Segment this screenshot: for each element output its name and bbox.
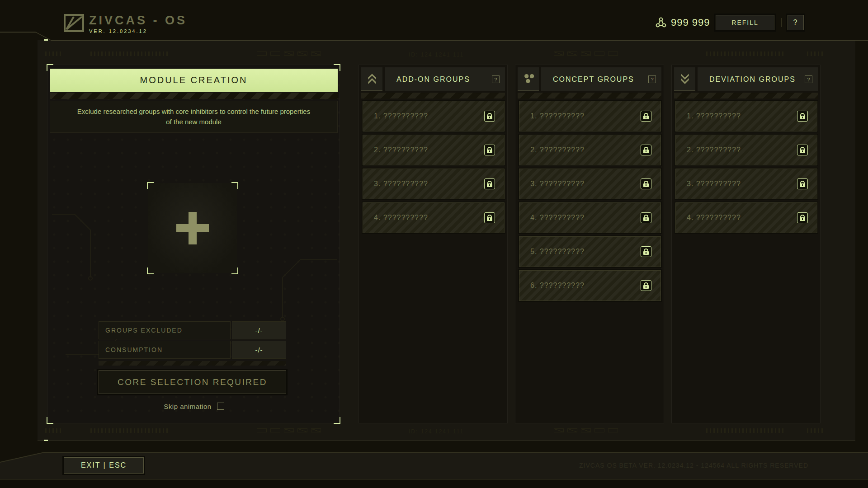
logo: ZIVCAS - OS VER. 12.0234.12	[63, 14, 187, 34]
skip-animation-checkbox[interactable]	[217, 403, 224, 410]
decor-group	[90, 52, 168, 56]
chevrons-up-icon	[366, 73, 378, 84]
lock-icon	[641, 212, 651, 223]
skip-animation-label: Skip animation	[164, 403, 211, 410]
group-item-label: 1. ??????????	[374, 101, 428, 131]
decor-group	[554, 52, 619, 56]
currency-icon	[655, 16, 667, 29]
stat-row-groups-excluded: GROUPS EXCLUDED -/-	[99, 321, 286, 339]
locked-group-item[interactable]: 2. ??????????	[675, 135, 817, 165]
module-stats: GROUPS EXCLUDED -/- CONSUMPTION -/-	[99, 321, 286, 360]
skip-animation-row: Skip animation	[47, 402, 340, 411]
lock-icon	[484, 145, 495, 155]
decor-group	[706, 52, 783, 56]
stat-row-consumption: CONSUMPTION -/-	[99, 341, 286, 359]
lock-icon	[641, 246, 651, 257]
refill-button[interactable]: REFILL	[716, 15, 774, 30]
locked-group-item[interactable]: 6. ??????????	[519, 270, 661, 301]
stat-value: -/-	[232, 341, 286, 359]
panel-corner-bracket	[47, 64, 53, 71]
locked-group-item[interactable]: 3. ??????????	[363, 169, 505, 199]
group-item-label: 2. ??????????	[687, 135, 741, 165]
lock-icon	[797, 111, 808, 122]
decor-group	[257, 52, 322, 56]
chevrons-down-icon	[679, 73, 691, 84]
column-help-badge[interactable]: ?	[648, 75, 656, 83]
group-item-label: 2. ??????????	[530, 135, 585, 165]
topbar-divider	[781, 18, 782, 27]
decor-group	[554, 428, 619, 432]
group-item-label: 3. ??????????	[530, 169, 585, 199]
lock-icon	[484, 111, 495, 122]
column-icon-tile	[361, 67, 382, 91]
decor-band-top: ID: 124 1241 111	[38, 52, 855, 56]
lock-icon	[641, 178, 651, 189]
bottom-strip	[0, 479, 868, 488]
content-window: ID: 124 1241 111 ID: 124 1241 111 MODULE…	[38, 40, 855, 441]
panel-corner-bracket	[334, 417, 340, 424]
zivcas-os-screen: ID: 124 1241 111 ID: 124 1241 111 MODULE…	[0, 0, 868, 488]
slot-corner-bracket	[231, 267, 238, 274]
column-help-badge[interactable]: ?	[805, 75, 812, 83]
column-title: CONCEPT GROUPS	[553, 75, 634, 84]
deviation-groups-list: 1. ?????????? 2. ?????????? 3. ?????????…	[675, 101, 817, 236]
panel-description: Exclude researched groups with core inhi…	[50, 101, 338, 133]
decor-group	[45, 428, 61, 433]
stat-label: CONSUMPTION	[99, 341, 231, 359]
locked-group-item[interactable]: 3. ??????????	[675, 169, 817, 199]
hazard-stripe-divider	[99, 361, 286, 366]
copyright-text: ZIVCAS OS BETA VER. 12.0234.12 - 124564 …	[579, 462, 808, 469]
slot-corner-bracket	[147, 182, 154, 189]
decor-group	[807, 52, 823, 56]
lock-icon	[484, 212, 495, 223]
currency-amount: 999 999	[671, 17, 710, 28]
locked-group-item[interactable]: 1. ??????????	[519, 101, 661, 131]
locked-group-item[interactable]: 3. ??????????	[519, 169, 661, 199]
decor-group	[807, 428, 823, 433]
group-item-label: 1. ??????????	[530, 101, 585, 131]
hazard-stripe-band	[50, 93, 338, 99]
lock-icon	[797, 178, 808, 189]
column-header: CONCEPT GROUPS ?	[541, 67, 661, 91]
hazard-stripe-band	[361, 93, 505, 99]
locked-group-item[interactable]: 2. ??????????	[363, 135, 505, 165]
add-module-slot[interactable]	[148, 183, 237, 273]
locked-group-item[interactable]: 2. ??????????	[519, 135, 661, 165]
locked-group-item[interactable]: 1. ??????????	[675, 101, 817, 131]
locked-group-item[interactable]: 1. ??????????	[363, 101, 505, 131]
currency-display: 999 999	[655, 16, 710, 29]
deviation-groups-column: DEVIATION GROUPS ? 1. ?????????? 2. ????…	[671, 65, 821, 423]
decor-group: ID: 124 1241 111	[409, 428, 464, 435]
locked-group-item[interactable]: 5. ??????????	[519, 236, 661, 267]
accent-cap-top	[44, 39, 48, 41]
column-header: DEVIATION GROUPS ?	[698, 67, 818, 91]
locked-group-item[interactable]: 4. ??????????	[519, 202, 661, 233]
column-help-badge[interactable]: ?	[492, 75, 500, 83]
decor-band-bottom: ID: 124 1241 111	[38, 428, 855, 433]
hazard-stripe-band	[674, 93, 818, 99]
lock-icon	[797, 145, 808, 155]
group-item-label: 3. ??????????	[687, 169, 741, 199]
cluster-icon	[523, 73, 534, 84]
exit-button[interactable]: EXIT | ESC	[64, 457, 144, 474]
hazard-stripe-band	[518, 93, 661, 99]
decor-group	[90, 428, 168, 433]
panel-corner-bracket	[334, 64, 340, 71]
decor-group	[257, 428, 322, 432]
concept-groups-column: CONCEPT GROUPS ? 1. ?????????? 2. ??????…	[515, 65, 664, 423]
lock-icon	[797, 212, 808, 223]
help-button[interactable]: ?	[788, 15, 804, 30]
slot-corner-bracket	[231, 182, 238, 189]
group-item-label: 2. ??????????	[374, 135, 428, 165]
core-selection-button[interactable]: CORE SELECTION REQUIRED	[99, 370, 286, 394]
app-title: ZIVCAS - OS	[89, 14, 187, 27]
column-header: ADD-ON GROUPS ?	[385, 67, 505, 91]
stat-label: GROUPS EXCLUDED	[99, 321, 231, 339]
group-item-label: 3. ??????????	[374, 169, 428, 199]
concept-groups-list: 1. ?????????? 2. ?????????? 3. ?????????…	[519, 101, 661, 304]
locked-group-item[interactable]: 4. ??????????	[675, 202, 817, 233]
lock-icon	[641, 111, 651, 122]
group-item-label: 5. ??????????	[530, 237, 585, 267]
group-item-label: 4. ??????????	[530, 203, 585, 233]
locked-group-item[interactable]: 4. ??????????	[363, 202, 505, 233]
